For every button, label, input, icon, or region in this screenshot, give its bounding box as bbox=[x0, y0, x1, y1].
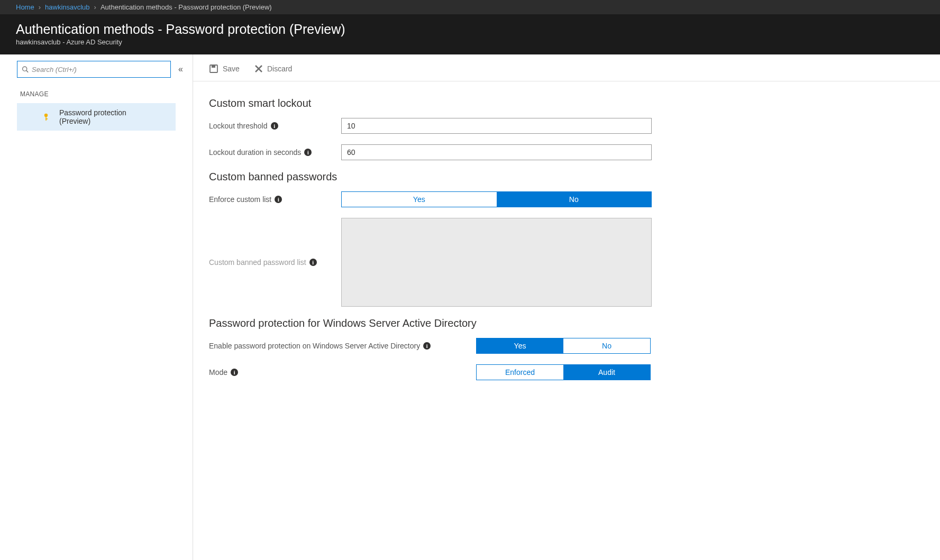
enforce-no-button[interactable]: No bbox=[497, 192, 652, 207]
page-subtitle: hawkinsavclub - Azure AD Security bbox=[16, 38, 924, 46]
section-smart-lockout-title: Custom smart lockout bbox=[209, 97, 833, 109]
enable-winserver-toggle: Yes No bbox=[476, 338, 651, 354]
breadcrumb-home[interactable]: Home bbox=[16, 3, 34, 11]
page-titlebar: Authentication methods - Password protec… bbox=[0, 14, 940, 54]
lockout-threshold-input[interactable] bbox=[341, 118, 652, 134]
mode-audit-button[interactable]: Audit bbox=[563, 365, 650, 380]
chevron-right-icon: › bbox=[94, 3, 96, 11]
svg-rect-3 bbox=[45, 116, 47, 121]
save-icon bbox=[209, 64, 218, 74]
sidebar: « MANAGE Password protection (Preview) bbox=[0, 54, 193, 560]
save-button[interactable]: Save bbox=[209, 64, 240, 74]
enable-winserver-label: Enable password protection on Windows Se… bbox=[209, 342, 476, 350]
search-box[interactable] bbox=[17, 61, 171, 78]
svg-line-1 bbox=[26, 70, 28, 72]
svg-point-0 bbox=[23, 67, 27, 71]
info-icon[interactable]: i bbox=[304, 149, 312, 156]
close-icon bbox=[254, 65, 263, 73]
svg-rect-4 bbox=[45, 118, 48, 120]
mode-enforced-button[interactable]: Enforced bbox=[477, 365, 563, 380]
section-banned-title: Custom banned passwords bbox=[209, 171, 833, 183]
page-title: Authentication methods - Password protec… bbox=[16, 22, 924, 37]
mode-toggle: Enforced Audit bbox=[476, 364, 651, 380]
section-winserver-title: Password protection for Windows Server A… bbox=[209, 317, 833, 329]
discard-button[interactable]: Discard bbox=[254, 65, 292, 73]
sidebar-item-password-protection[interactable]: Password protection (Preview) bbox=[17, 103, 176, 131]
info-icon[interactable]: i bbox=[275, 196, 282, 203]
enforce-yes-button[interactable]: Yes bbox=[342, 192, 497, 207]
save-label: Save bbox=[223, 65, 240, 73]
enable-yes-button[interactable]: Yes bbox=[477, 338, 563, 353]
discard-label: Discard bbox=[267, 65, 292, 73]
lockout-duration-input[interactable] bbox=[341, 144, 652, 160]
svg-rect-6 bbox=[212, 65, 215, 68]
info-icon[interactable]: i bbox=[271, 122, 278, 130]
search-input[interactable] bbox=[32, 66, 166, 74]
enforce-custom-list-toggle: Yes No bbox=[341, 191, 652, 207]
lockout-duration-label: Lockout duration in seconds i bbox=[209, 148, 341, 157]
enforce-custom-list-label: Enforce custom list i bbox=[209, 195, 341, 204]
search-icon bbox=[22, 66, 29, 73]
info-icon[interactable]: i bbox=[423, 342, 431, 350]
mode-label: Mode i bbox=[209, 368, 476, 377]
banned-list-label: Custom banned password list i bbox=[209, 258, 341, 267]
key-icon bbox=[43, 113, 52, 121]
chevron-right-icon: › bbox=[39, 3, 41, 11]
info-icon[interactable]: i bbox=[309, 259, 317, 266]
breadcrumb: Home › hawkinsavclub › Authentication me… bbox=[0, 0, 940, 14]
toolbar: Save Discard bbox=[193, 54, 940, 81]
banned-list-textarea bbox=[341, 218, 652, 307]
sidebar-item-label: Password protection (Preview) bbox=[59, 108, 156, 125]
sidebar-section-manage: MANAGE bbox=[0, 87, 193, 103]
lockout-threshold-label: Lockout threshold i bbox=[209, 122, 341, 130]
breadcrumb-org[interactable]: hawkinsavclub bbox=[45, 3, 90, 11]
breadcrumb-current: Authentication methods - Password protec… bbox=[101, 3, 272, 11]
info-icon[interactable]: i bbox=[231, 369, 238, 376]
content-area: Save Discard Custom smart lockout Lockou… bbox=[193, 54, 940, 560]
collapse-sidebar-icon[interactable]: « bbox=[176, 62, 185, 76]
enable-no-button[interactable]: No bbox=[563, 338, 650, 353]
